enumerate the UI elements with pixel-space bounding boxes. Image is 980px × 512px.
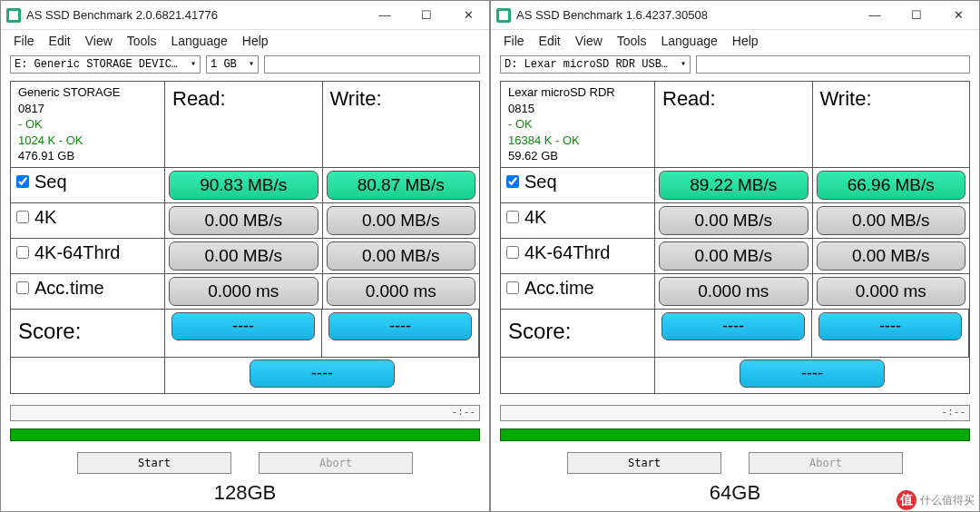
write-score: ---- xyxy=(818,312,962,340)
results-grid: Lexar microSD RDR0815- OK16384 K - OK59.… xyxy=(500,81,970,394)
read-header: Read: xyxy=(165,82,322,116)
size-select[interactable]: 1 GB xyxy=(206,55,259,74)
test-row: 4K-64Thrd xyxy=(501,239,654,267)
benchmark-window: AS SSD Benchmark 1.6.4237.30508 — ☐ ✕ Fi… xyxy=(490,0,980,512)
test-checkbox[interactable] xyxy=(506,281,519,294)
score-label: Score: xyxy=(501,310,654,357)
abort-button[interactable]: Abort xyxy=(749,452,903,474)
menu-item[interactable]: Tools xyxy=(617,34,647,48)
test-name: 4K-64Thrd xyxy=(524,242,611,263)
read-score: ---- xyxy=(662,312,805,340)
progress-text: -:-- xyxy=(942,407,965,418)
app-icon xyxy=(6,8,21,23)
write-header: Write: xyxy=(813,82,970,116)
test-name: Acc.time xyxy=(524,278,594,299)
menu-item[interactable]: View xyxy=(85,34,113,48)
write-value: 0.000 ms xyxy=(817,277,966,306)
start-button[interactable]: Start xyxy=(77,452,231,474)
test-row: 4K xyxy=(501,203,654,231)
read-score: ---- xyxy=(172,312,315,340)
menu-item[interactable]: File xyxy=(504,34,524,48)
results-grid: Generic STORAGE0817- OK1024 K - OK476.91… xyxy=(10,81,480,394)
status-bar xyxy=(10,428,480,441)
menu-item[interactable]: Edit xyxy=(49,34,71,48)
read-value: 0.000 ms xyxy=(169,277,318,306)
read-value: 0.000 ms xyxy=(659,277,808,306)
menu-item[interactable]: Edit xyxy=(539,34,561,48)
app-icon xyxy=(496,8,511,23)
read-value: 90.83 MB/s xyxy=(169,171,318,200)
write-value: 0.00 MB/s xyxy=(327,241,476,271)
menu-item[interactable]: View xyxy=(575,34,603,48)
benchmark-window: AS SSD Benchmark 2.0.6821.41776 — ☐ ✕ Fi… xyxy=(0,0,490,512)
progress-text: -:-- xyxy=(452,407,475,418)
total-score: ---- xyxy=(740,359,884,388)
close-button[interactable]: ✕ xyxy=(937,1,979,30)
write-value: 66.96 MB/s xyxy=(817,171,966,200)
menu-item[interactable]: Language xyxy=(661,34,717,48)
filter-input[interactable] xyxy=(696,55,970,74)
write-value: 0.00 MB/s xyxy=(327,206,476,235)
test-name: 4K xyxy=(34,207,56,228)
read-value: 0.00 MB/s xyxy=(169,206,318,235)
menu-item[interactable]: Tools xyxy=(127,34,157,48)
write-score: ---- xyxy=(328,312,472,340)
write-value: 0.000 ms xyxy=(327,277,476,306)
test-name: Seq xyxy=(524,172,557,192)
minimize-button[interactable]: — xyxy=(854,1,896,30)
test-checkbox[interactable] xyxy=(16,246,29,259)
test-row: Seq xyxy=(11,168,164,196)
device-info: Generic STORAGE0817- OK1024 K - OK476.91… xyxy=(11,82,164,167)
write-value: 0.00 MB/s xyxy=(817,206,966,235)
test-row: 4K xyxy=(11,203,164,231)
watermark-icon: 值 xyxy=(897,490,916,510)
window-title: AS SSD Benchmark 2.0.6821.41776 xyxy=(26,8,364,22)
menubar: FileEditViewToolsLanguageHelp xyxy=(491,30,979,54)
menu-item[interactable]: Language xyxy=(171,34,227,48)
close-button[interactable]: ✕ xyxy=(447,1,489,30)
menu-item[interactable]: Help xyxy=(732,34,759,48)
menu-item[interactable]: File xyxy=(14,34,34,48)
test-name: 4K-64Thrd xyxy=(34,242,121,263)
test-name: Seq xyxy=(34,172,67,192)
total-score: ---- xyxy=(250,359,394,388)
device-info: Lexar microSD RDR0815- OK16384 K - OK59.… xyxy=(501,82,654,167)
test-checkbox[interactable] xyxy=(16,281,29,294)
test-name: Acc.time xyxy=(34,278,104,299)
device-select[interactable]: D: Lexar microSD RDR USB Device xyxy=(500,55,691,74)
read-value: 0.00 MB/s xyxy=(659,241,808,271)
test-row: Acc.time xyxy=(11,274,164,302)
test-checkbox[interactable] xyxy=(506,211,519,223)
test-checkbox[interactable] xyxy=(506,246,519,259)
write-value: 80.87 MB/s xyxy=(327,171,476,200)
filter-input[interactable] xyxy=(264,55,480,74)
test-checkbox[interactable] xyxy=(16,175,29,188)
menubar: FileEditViewToolsLanguageHelp xyxy=(1,30,489,54)
write-header: Write: xyxy=(323,82,480,116)
menu-item[interactable]: Help xyxy=(242,34,269,48)
status-bar xyxy=(500,428,970,441)
device-select[interactable]: E: Generic STORAGE DEVICE USB Dev xyxy=(10,55,201,74)
read-value: 0.00 MB/s xyxy=(169,241,318,271)
read-value: 89.22 MB/s xyxy=(659,171,808,200)
maximize-button[interactable]: ☐ xyxy=(406,1,447,30)
write-value: 0.00 MB/s xyxy=(817,241,966,271)
minimize-button[interactable]: — xyxy=(364,1,406,30)
watermark-text: 什么值得买 xyxy=(920,493,975,508)
score-label: Score: xyxy=(11,310,164,357)
test-row: Acc.time xyxy=(501,274,654,302)
abort-button[interactable]: Abort xyxy=(259,452,413,474)
test-row: Seq xyxy=(501,168,654,196)
watermark: 值 什么值得买 xyxy=(897,490,975,510)
progress-bar: -:-- xyxy=(10,405,480,421)
maximize-button[interactable]: ☐ xyxy=(896,1,937,30)
test-checkbox[interactable] xyxy=(506,175,519,188)
test-name: 4K xyxy=(524,207,546,228)
test-row: 4K-64Thrd xyxy=(11,239,164,267)
start-button[interactable]: Start xyxy=(567,452,721,474)
window-title: AS SSD Benchmark 1.6.4237.30508 xyxy=(516,8,854,22)
test-checkbox[interactable] xyxy=(16,211,29,223)
caption-left: 128GB xyxy=(0,481,490,505)
read-header: Read: xyxy=(655,82,812,116)
read-value: 0.00 MB/s xyxy=(659,206,808,235)
